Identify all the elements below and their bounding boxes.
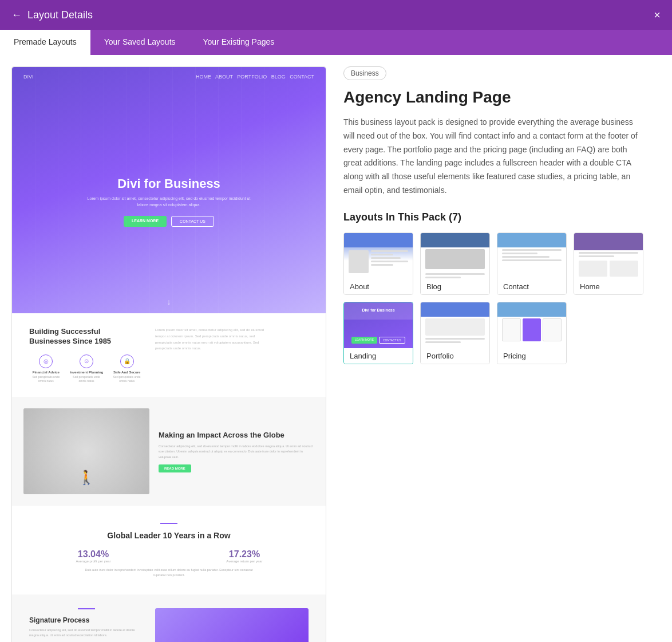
line: [425, 341, 461, 343]
thumb-about: [344, 233, 413, 279]
line: [579, 255, 614, 257]
line: [579, 252, 638, 254]
tab-bar: Premade Layouts Your Saved Layouts Your …: [0, 30, 672, 55]
preview-icon-investment: ⊙ Investment Planning Sed perspiciatis u…: [70, 355, 104, 383]
header-left: ← Layout Details: [11, 9, 93, 21]
signature-left: Signature Process Consectetur adipiscing…: [29, 608, 144, 642]
signature-divider: [78, 608, 95, 609]
stat-profit-value: 13.04%: [29, 549, 157, 560]
impact-desc: Consectetur adipiscing elit, sed do eius…: [159, 444, 314, 460]
preview-features-left: Building Successful Businesses Since 198…: [29, 327, 144, 383]
stat-profit: 13.04% Average profit per year: [29, 549, 157, 563]
tab-saved[interactable]: Your Saved Layouts: [90, 30, 189, 55]
layout-card-about[interactable]: About: [343, 233, 413, 295]
back-icon[interactable]: ←: [11, 9, 22, 21]
landing-thumb-title: Divi for Business: [344, 308, 413, 312]
tab-premade[interactable]: Premade Layouts: [0, 30, 90, 55]
secure-label: Safe And Secure: [110, 371, 144, 374]
card-label-home: Home: [574, 279, 643, 294]
preview-hero: DIVI HOME ABOUT PORTFOLIO BLOG CONTACT D…: [12, 67, 326, 313]
page-title: Layout Details: [27, 9, 93, 21]
card-label-pricing: Pricing: [497, 348, 566, 364]
layout-card-contact[interactable]: Contact: [497, 233, 567, 295]
preview-hero-subtitle: Lorem ipsum dolor sit amet, consectetur …: [83, 196, 255, 208]
stat-profit-label: Average profit per year: [29, 560, 157, 563]
investment-label: Investment Planning: [70, 371, 104, 374]
stat-return-value: 17.23%: [180, 549, 309, 560]
signature-desc: Consectetur adipiscing elit, sed do eius…: [29, 628, 144, 638]
layout-description: This business layout pack is designed to…: [343, 116, 643, 198]
home-thumb-cols: [579, 261, 638, 277]
about-thumb-lines: [371, 250, 408, 273]
preview-wrapper: DIVI HOME ABOUT PORTFOLIO BLOG CONTACT D…: [11, 66, 326, 642]
layouts-heading: Layouts In This Pack (7): [343, 211, 643, 223]
preview-features: Building Successful Businesses Since 198…: [12, 313, 326, 397]
line: [425, 273, 485, 275]
layout-card-pricing[interactable]: Pricing: [497, 302, 567, 364]
tab-existing[interactable]: Your Existing Pages: [189, 30, 288, 55]
preview-scroll: DIVI HOME ABOUT PORTFOLIO BLOG CONTACT D…: [11, 66, 326, 642]
card-label-portfolio: Portfolio: [421, 348, 489, 364]
line: [371, 254, 393, 255]
portfolio-thumb-img: [425, 318, 485, 336]
line: [371, 264, 393, 266]
thumb-contact: [497, 233, 566, 279]
portfolio-thumb-lines: [425, 338, 485, 345]
secure-icon: 🔒: [120, 355, 134, 368]
landing-thumb-btns: LEARN MORE CONTACT US: [349, 337, 408, 344]
pricing-card-featured: [523, 318, 541, 341]
preview-hero-buttons: LEARN MORE CONTACT US: [124, 216, 214, 227]
blog-thumb-lines: [425, 273, 485, 279]
about-thumb-img: [349, 250, 369, 273]
landing-thumb-btn1: LEARN MORE: [351, 337, 377, 344]
stats-title: Global Leader 10 Years in a Row: [29, 531, 309, 540]
col2: [610, 261, 638, 277]
signature-image: [155, 608, 309, 642]
preview-hero-title: Divi for Business: [117, 176, 220, 191]
card-label-blog: Blog: [421, 279, 489, 294]
layout-card-blog[interactable]: Blog: [420, 233, 490, 295]
investment-icon: ⊙: [80, 355, 93, 368]
line: [502, 249, 562, 251]
preview-nav-brand: DIVI: [23, 74, 34, 80]
thumb-portfolio: [421, 302, 489, 348]
layout-card-portfolio[interactable]: Portfolio: [420, 302, 490, 364]
financial-desc: Sed perspiciatis unde omnis natus: [29, 375, 63, 383]
preview-scroll-arrow: ↓: [167, 297, 171, 306]
info-panel: Business Agency Landing Page This busine…: [326, 66, 661, 642]
layout-card-landing[interactable]: Divi for Business LEARN MORE CONTACT US …: [343, 302, 413, 364]
close-button[interactable]: ×: [654, 9, 661, 22]
blog-thumb-img: [425, 249, 485, 269]
about-thumb-content: [349, 250, 408, 273]
stats-divider: [160, 523, 177, 524]
preview-icons: ◎ Financial Advice Sed perspiciatis unde…: [29, 355, 144, 383]
preview-impact-image: 🚶: [23, 408, 149, 494]
line: [371, 250, 408, 252]
header: ← Layout Details ×: [0, 0, 672, 30]
line: [425, 338, 485, 340]
layout-card-home[interactable]: Home: [574, 233, 643, 295]
preview-icon-secure: 🔒 Safe And Secure Sed perspiciatis unde …: [110, 355, 144, 383]
read-more-button[interactable]: READ MORE: [159, 464, 191, 472]
investment-desc: Sed perspiciatis unde omnis natus: [70, 375, 104, 383]
stats-values: 13.04% Average profit per year 17.23% Av…: [29, 549, 309, 563]
preview-contact-us: CONTACT US: [171, 216, 214, 227]
category-badge: Business: [343, 66, 386, 80]
preview-impact-text: Making an Impact Across the Globe Consec…: [159, 430, 314, 472]
stat-return-label: Average return per year: [180, 560, 309, 563]
line: [502, 259, 562, 261]
home-thumb-content: [579, 252, 638, 277]
contact-thumb-content: [502, 249, 562, 263]
stat-return: 17.23% Average return per year: [180, 549, 309, 563]
thumb-pricing: [497, 302, 566, 348]
landing-thumb-btn2: CONTACT US: [379, 337, 405, 344]
thumb-blog: [421, 233, 489, 279]
impact-title: Making an Impact Across the Globe: [159, 430, 314, 440]
financial-label: Financial Advice: [29, 371, 63, 374]
preview-features-title: Building Successful Businesses Since 198…: [29, 327, 144, 346]
thumb-landing: Divi for Business LEARN MORE CONTACT US: [344, 302, 413, 348]
stats-desc: Duis aute irure dolor in reprehenderit i…: [83, 568, 255, 578]
secure-desc: Sed perspiciatis unde omnis natus: [110, 375, 144, 383]
preview-signature: Signature Process Consectetur adipiscing…: [12, 594, 326, 642]
line: [371, 257, 401, 259]
